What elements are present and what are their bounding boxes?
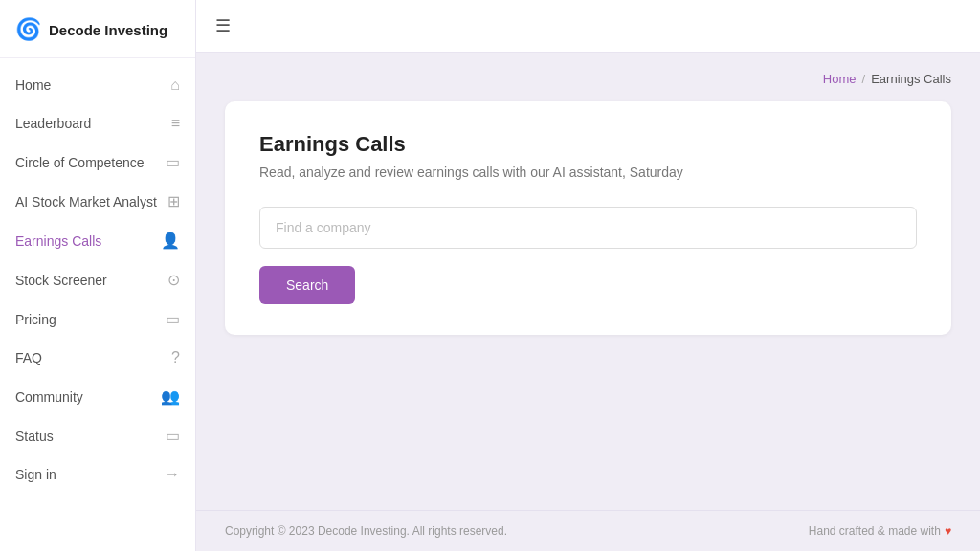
sidebar-nav: Home ⌂ Leaderboard ≡ Circle of Competenc…	[0, 58, 195, 551]
sidebar-icon-status: ▭	[166, 427, 180, 445]
sidebar-logo: 🌀 Decode Investing	[0, 0, 195, 58]
sidebar-label-pricing: Pricing	[15, 312, 166, 327]
footer: Copyright © 2023 Decode Investing. All r…	[196, 510, 980, 551]
earnings-calls-card: Earnings Calls Read, analyze and review …	[225, 101, 951, 335]
sidebar-label-faq: FAQ	[15, 350, 171, 365]
sidebar-icon-home: ⌂	[170, 77, 180, 94]
logo-text: Decode Investing	[49, 22, 167, 38]
sidebar-item-leaderboard[interactable]: Leaderboard ≡	[0, 104, 195, 143]
sidebar-label-ai-stock-market-analyst: AI Stock Market Analyst	[15, 194, 167, 209]
card-subtitle: Read, analyze and review earnings calls …	[259, 165, 917, 180]
logo-icon: 🌀	[15, 17, 41, 42]
breadcrumb-separator: /	[862, 72, 866, 86]
sidebar-label-leaderboard: Leaderboard	[15, 116, 171, 131]
sidebar-icon-community: 👥	[161, 387, 180, 406]
topbar: ☰	[196, 0, 980, 53]
breadcrumb: Home / Earnings Calls	[225, 72, 951, 86]
search-button[interactable]: Search	[259, 266, 355, 304]
sidebar-icon-pricing: ▭	[166, 310, 180, 328]
sidebar-item-status[interactable]: Status ▭	[0, 416, 195, 455]
hamburger-icon[interactable]: ☰	[215, 15, 231, 36]
sidebar-item-sign-in[interactable]: Sign in →	[0, 455, 195, 494]
breadcrumb-home-link[interactable]: Home	[823, 72, 857, 86]
sidebar-icon-earnings-calls: 👤	[161, 231, 180, 250]
card-title: Earnings Calls	[259, 132, 917, 157]
sidebar-label-home: Home	[15, 77, 170, 93]
sidebar-item-circle-of-competence[interactable]: Circle of Competence ▭	[0, 143, 195, 182]
sidebar-item-pricing[interactable]: Pricing ▭	[0, 299, 195, 339]
content-area: Home / Earnings Calls Earnings Calls Rea…	[196, 53, 980, 510]
sidebar-label-status: Status	[15, 429, 166, 444]
sidebar-item-ai-stock-market-analyst[interactable]: AI Stock Market Analyst ⊞	[0, 182, 195, 221]
sidebar-item-earnings-calls[interactable]: Earnings Calls 👤	[0, 221, 195, 260]
sidebar-icon-leaderboard: ≡	[171, 115, 180, 132]
sidebar-item-home[interactable]: Home ⌂	[0, 66, 195, 104]
sidebar-icon-sign-in: →	[165, 466, 180, 483]
sidebar-item-community[interactable]: Community 👥	[0, 377, 195, 416]
sidebar-label-circle-of-competence: Circle of Competence	[15, 155, 166, 170]
footer-handcrafted: Hand crafted & made with ♥	[809, 524, 951, 538]
sidebar-label-earnings-calls: Earnings Calls	[15, 233, 161, 249]
footer-handcrafted-text: Hand crafted & made with	[809, 524, 941, 538]
company-search-input[interactable]	[259, 207, 917, 249]
footer-copyright: Copyright © 2023 Decode Investing. All r…	[225, 524, 507, 538]
sidebar-item-stock-screener[interactable]: Stock Screener ⊙	[0, 260, 195, 299]
sidebar-icon-ai-stock-market-analyst: ⊞	[167, 192, 180, 210]
sidebar-label-sign-in: Sign in	[15, 467, 165, 482]
sidebar-label-community: Community	[15, 389, 161, 405]
sidebar-icon-faq: ?	[171, 349, 180, 366]
main-content: ☰ Home / Earnings Calls Earnings Calls R…	[196, 0, 980, 551]
sidebar-label-stock-screener: Stock Screener	[15, 273, 167, 288]
heart-icon: ♥	[945, 524, 951, 538]
sidebar-item-faq[interactable]: FAQ ?	[0, 339, 195, 377]
sidebar: 🌀 Decode Investing Home ⌂ Leaderboard ≡ …	[0, 0, 196, 551]
breadcrumb-current: Earnings Calls	[871, 72, 951, 86]
sidebar-icon-circle-of-competence: ▭	[166, 153, 180, 171]
sidebar-icon-stock-screener: ⊙	[167, 271, 180, 289]
